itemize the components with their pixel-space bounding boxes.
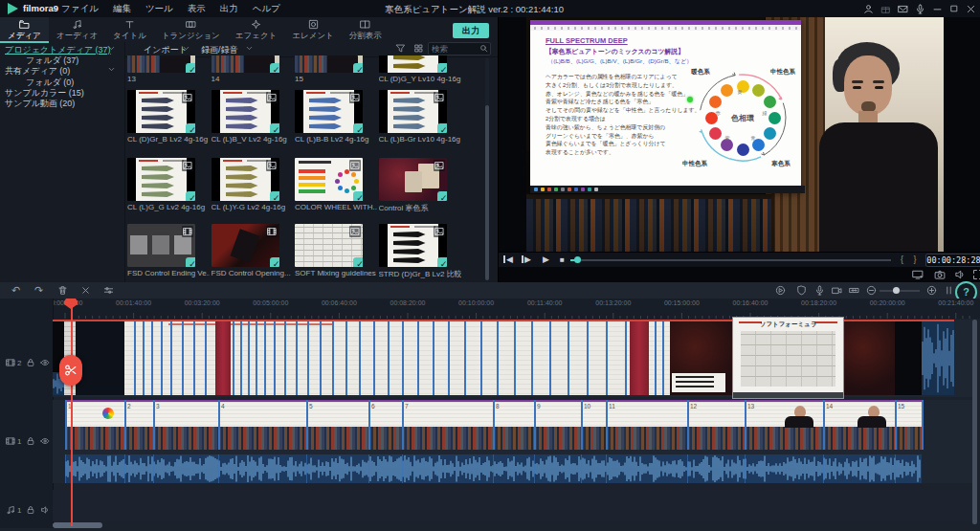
redo-icon[interactable]: ↷ [34,283,43,298]
track1-clip-12[interactable]: 12 [687,400,745,450]
soft-formula-clip-preview[interactable]: ソフトフォーミュラ [732,317,844,399]
search-box[interactable] [428,42,491,55]
menu-item[interactable]: ヘルプ [253,3,280,15]
mark-in-out-buttons[interactable]: { } [901,254,921,264]
audio-track-1-lane[interactable] [53,490,972,521]
playhead-line[interactable] [71,299,73,526]
lock-icon[interactable] [26,436,35,446]
media-thumbnail[interactable]: ✓ [379,90,447,133]
track2-clip[interactable] [76,321,124,395]
media-thumbnail[interactable]: ✓ [127,158,195,201]
zoom-in-icon[interactable] [926,285,937,296]
zoom-fit-icon[interactable] [944,285,954,296]
updates-icon[interactable] [880,4,891,14]
zoom-slider[interactable] [880,290,920,292]
volume-icon[interactable] [954,269,966,280]
range-marker-icon[interactable] [849,285,859,296]
grid-view-icon[interactable] [413,43,424,54]
seek-bar[interactable] [570,259,891,261]
media-thumbnail[interactable]: ✓ [127,55,195,73]
display-device-icon[interactable] [912,269,924,280]
snapshot-icon[interactable] [934,269,946,280]
track1-clip-8[interactable]: 8 [493,400,534,450]
play-button[interactable]: ▶ [543,254,549,265]
render-preview-icon[interactable] [775,285,786,296]
trash-icon[interactable] [57,285,68,296]
media-thumbnail[interactable]: ✓ [379,224,447,267]
chevron-down-icon[interactable] [245,44,254,53]
timeline-vertical-scrollbar[interactable] [972,320,977,524]
export-button[interactable]: 出力 [453,23,489,38]
chevron-down-icon[interactable] [182,44,190,53]
track2-red-clip[interactable] [630,321,649,395]
menu-item[interactable]: 出力 [220,3,238,15]
previous-frame-button[interactable]: ◀ [506,254,513,265]
camera-track-icon[interactable] [832,285,842,296]
media-thumbnail[interactable]: ✓ [212,90,279,133]
track1-clip-10[interactable]: 10 [581,400,606,450]
tab-effect[interactable]: エフェクト [228,17,285,43]
next-frame-button[interactable]: ▶ [524,254,531,265]
track1-clip-1[interactable]: 1 [65,400,124,450]
tab-element[interactable]: エレメント [284,17,342,43]
track2-red-clip[interactable] [215,321,231,395]
delete-x-icon[interactable] [80,285,91,296]
track1-clip-15[interactable]: 15 [895,400,922,450]
filter-icon[interactable] [395,43,406,54]
track-options-icon[interactable] [103,285,114,296]
media-scrollbar-thumb[interactable] [485,105,489,280]
media-scrollbar-track[interactable] [485,57,489,280]
lock-icon[interactable] [26,505,35,515]
fullscreen-icon[interactable] [972,269,980,280]
media-thumbnail[interactable]: ✓ [295,55,363,73]
media-thumbnail[interactable]: ✓ [295,224,363,267]
track1-clip-5[interactable]: 5 [306,400,368,450]
menu-item[interactable]: ツール [145,3,173,15]
tab-folder[interactable]: メディア [0,17,49,43]
chevron-down-icon[interactable] [107,65,116,74]
stop-button[interactable]: ■ [560,254,565,265]
feedback-icon[interactable] [898,4,908,14]
track1-clip-6[interactable]: 6 [368,400,402,450]
track1-clip-9[interactable]: 9 [534,400,581,450]
search-input[interactable] [432,43,476,54]
seek-handle[interactable] [574,256,581,263]
media-thumbnail[interactable]: ✓ [212,158,279,201]
tab-split[interactable]: 分割表示 [342,17,390,43]
track1-clip-11[interactable]: 11 [606,400,687,450]
track1-clip-2[interactable]: 2 [124,400,153,450]
menu-item[interactable]: 表示 [188,3,206,15]
track2-audio-clip[interactable] [922,321,954,395]
tab-music[interactable]: オーディオ [49,17,105,43]
track1-clip-13[interactable]: 13 [745,400,823,450]
account-icon[interactable] [863,4,874,14]
undo-icon[interactable]: ↶ [11,283,20,298]
media-thumbnail[interactable]: ✓ [127,224,195,267]
lock-icon[interactable] [26,358,35,367]
tab-title[interactable]: タイトル [105,17,154,43]
minimize-icon[interactable] [932,4,943,14]
voiceover-mic-icon[interactable] [814,285,825,296]
media-thumbnail[interactable]: ✓ [295,90,363,133]
chevron-down-icon[interactable] [107,44,116,53]
track2-photo-clip[interactable] [842,321,895,395]
media-thumbnail[interactable]: ✓ [212,224,279,267]
track2-photo-clip[interactable] [670,321,732,395]
voice-command-icon[interactable] [915,4,925,14]
tab-transition[interactable]: トランジション [154,17,228,43]
menu-item[interactable]: 編集 [113,3,131,15]
eye-icon[interactable] [40,358,50,367]
track1-audio-waveform[interactable] [65,454,922,483]
speaker-icon[interactable] [40,505,50,515]
media-thumbnail[interactable]: ✓ [127,90,195,133]
eye-icon[interactable] [40,436,50,446]
media-thumbnail[interactable]: ✓ [379,55,447,73]
track1-clip-3[interactable]: 3 [153,400,218,450]
track1-clip-7[interactable]: 7 [402,400,493,450]
zoom-slider-handle[interactable] [893,287,900,294]
menu-item[interactable]: ファイル [61,3,99,15]
media-thumbnail[interactable]: ✓ [379,158,447,201]
timeline-horizontal-scrollbar[interactable] [53,522,102,528]
track1-clip-4[interactable]: 4 [218,400,306,450]
maximize-icon[interactable] [949,4,959,13]
